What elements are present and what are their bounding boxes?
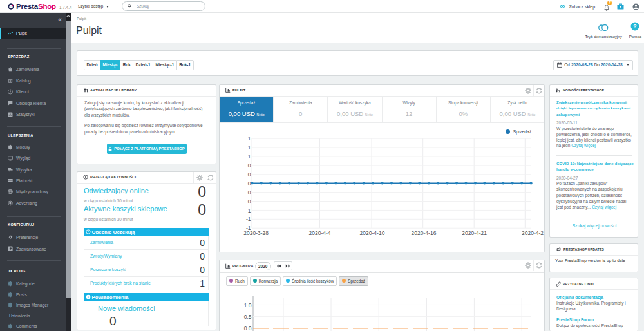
svg-text:0.5: 0.5 (244, 313, 252, 319)
svg-text:2020-4-10: 2020-4-10 (360, 230, 385, 236)
svg-text:0.0: 0.0 (244, 325, 252, 331)
svg-text:1: 1 (248, 135, 251, 142)
svg-text:2020-4-4: 2020-4-4 (308, 230, 330, 236)
svg-text:1.0: 1.0 (244, 301, 252, 308)
svg-text:2020-4-21: 2020-4-21 (462, 230, 487, 236)
svg-text:0: 0 (248, 180, 251, 187)
svg-text:0: 0 (248, 162, 251, 169)
svg-text:?: ? (634, 23, 637, 30)
svg-text:1: 1 (248, 153, 251, 160)
svg-text:-1: -1 (246, 216, 251, 222)
svg-text:1: 1 (248, 144, 251, 151)
svg-text:2020-4-16: 2020-4-16 (412, 230, 437, 236)
svg-text:2020-4-2: 2020-4-2 (522, 230, 544, 236)
svg-text:0: 0 (248, 198, 251, 205)
svg-text:0: 0 (248, 189, 251, 196)
svg-text:0: 0 (248, 171, 251, 178)
svg-text:-1: -1 (246, 207, 251, 214)
svg-text:2020-3-28: 2020-3-28 (243, 230, 269, 236)
